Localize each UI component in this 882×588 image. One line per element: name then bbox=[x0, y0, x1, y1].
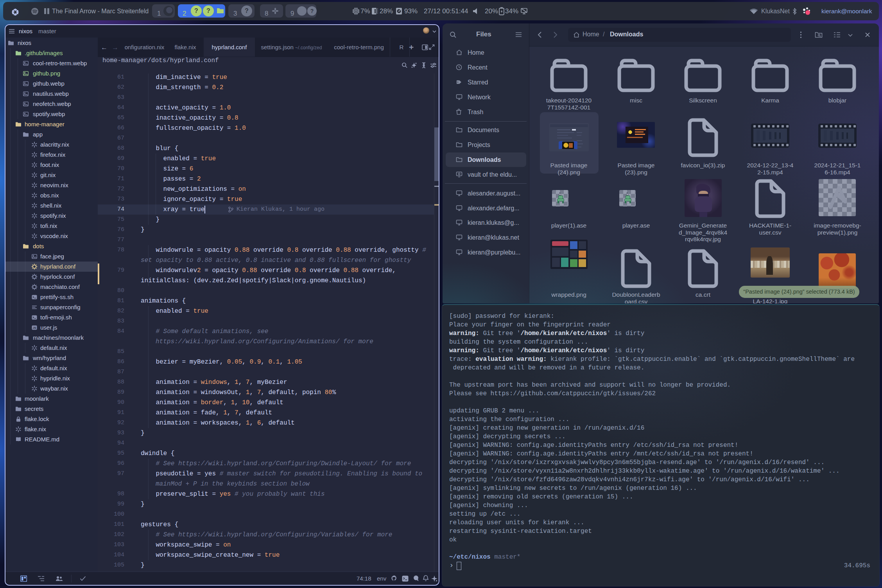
svg-text:JS: JS bbox=[32, 326, 36, 330]
